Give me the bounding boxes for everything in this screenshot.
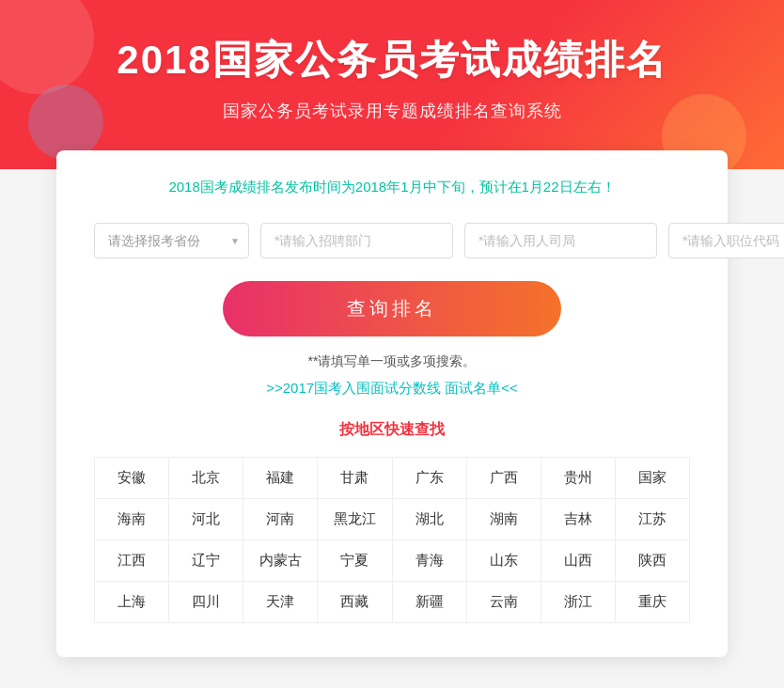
deco-circle-bottomleft xyxy=(28,85,103,160)
province-select-wrapper: 请选择报考省份 ▼ xyxy=(94,223,249,258)
region-cell[interactable]: 广东 xyxy=(392,458,466,499)
region-cell[interactable]: 新疆 xyxy=(392,582,466,623)
region-cell[interactable]: 云南 xyxy=(466,582,541,623)
region-cell[interactable]: 广西 xyxy=(466,458,541,499)
region-table: 安徽北京福建甘肃广东广西贵州国家海南河北河南黑龙江湖北湖南吉林江苏江西辽宁内蒙古… xyxy=(94,457,690,623)
region-cell[interactable]: 贵州 xyxy=(541,458,615,499)
region-cell[interactable]: 山西 xyxy=(541,540,615,582)
search-row: 请选择报考省份 ▼ xyxy=(94,223,690,258)
main-card: 2018国考成绩排名发布时间为2018年1月中下旬，预计在1月22日左右！ 请选… xyxy=(56,150,728,657)
region-cell[interactable]: 浙江 xyxy=(541,582,615,623)
region-cell[interactable]: 江苏 xyxy=(615,499,689,540)
notice-text: 2018国考成绩排名发布时间为2018年1月中下旬，预计在1月22日左右！ xyxy=(94,179,690,196)
region-cell[interactable]: 辽宁 xyxy=(169,540,243,582)
region-cell[interactable]: 吉林 xyxy=(541,499,615,540)
region-cell[interactable]: 青海 xyxy=(392,540,466,582)
region-cell[interactable]: 山东 xyxy=(466,540,541,582)
query-button[interactable]: 查询排名 xyxy=(223,281,561,336)
region-cell[interactable]: 甘肃 xyxy=(318,458,392,499)
interview-link[interactable]: >>2017国考入围面试分数线 面试名单<< xyxy=(94,380,690,398)
province-select[interactable]: 请选择报考省份 xyxy=(94,223,249,258)
region-cell[interactable]: 江西 xyxy=(95,540,169,582)
region-cell[interactable]: 海南 xyxy=(95,499,169,540)
region-cell[interactable]: 安徽 xyxy=(95,458,169,499)
region-cell[interactable]: 北京 xyxy=(169,458,243,499)
region-cell[interactable]: 湖北 xyxy=(392,499,466,540)
region-title: 按地区快速查找 xyxy=(94,420,690,440)
region-cell[interactable]: 福建 xyxy=(243,458,318,499)
region-cell[interactable]: 河南 xyxy=(243,499,318,540)
page-header: 2018国家公务员考试成绩排名 国家公务员考试录用专题成绩排名查询系统 xyxy=(0,0,784,169)
region-cell[interactable]: 内蒙古 xyxy=(243,540,318,582)
region-cell[interactable]: 天津 xyxy=(243,582,318,623)
page-title: 2018国家公务员考试成绩排名 xyxy=(19,34,765,86)
region-cell[interactable]: 河北 xyxy=(169,499,243,540)
region-cell[interactable]: 国家 xyxy=(615,458,689,499)
hint-text: **请填写单一项或多项搜索。 xyxy=(94,353,690,370)
region-cell[interactable]: 上海 xyxy=(95,582,169,623)
department-input[interactable] xyxy=(260,223,453,258)
region-cell[interactable]: 黑龙江 xyxy=(318,499,392,540)
region-cell[interactable]: 陕西 xyxy=(615,540,689,582)
region-cell[interactable]: 湖南 xyxy=(466,499,541,540)
bureau-input[interactable] xyxy=(464,223,657,258)
region-cell[interactable]: 四川 xyxy=(169,582,243,623)
page-subtitle: 国家公务员考试录用专题成绩排名查询系统 xyxy=(19,100,765,122)
region-cell[interactable]: 重庆 xyxy=(615,582,689,623)
position-code-input[interactable] xyxy=(668,223,784,258)
region-cell[interactable]: 西藏 xyxy=(318,582,392,623)
region-cell[interactable]: 宁夏 xyxy=(318,540,392,582)
